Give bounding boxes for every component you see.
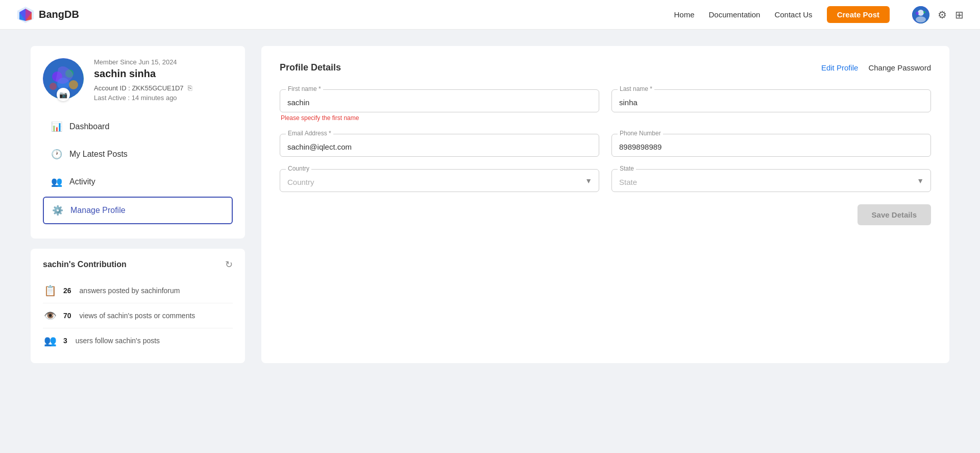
views-icon: 👁️ bbox=[43, 309, 57, 322]
followers-text: users follow sachin's posts bbox=[76, 337, 160, 345]
profile-card: 📷 Member Since Jun 15, 2024 sachin sinha… bbox=[31, 46, 245, 239]
logo-icon bbox=[16, 6, 35, 24]
main-content: 📷 Member Since Jun 15, 2024 sachin sinha… bbox=[0, 30, 980, 379]
last-active: Last Active : 14 minutes ago bbox=[94, 94, 233, 102]
email-group: Email Address * bbox=[280, 134, 599, 157]
sidebar-item-dashboard-label: Dashboard bbox=[69, 122, 109, 131]
nav-contact-us[interactable]: Contact Us bbox=[774, 10, 812, 19]
phone-label: Phone Number bbox=[618, 130, 663, 137]
form-header: Profile Details Edit Profile Change Pass… bbox=[280, 62, 931, 73]
location-row: Country Country ▼ State State ▼ bbox=[280, 169, 931, 192]
contribution-header: sachin's Contribution ↻ bbox=[43, 259, 233, 270]
avatar-image bbox=[912, 6, 929, 23]
sidebar-item-dashboard[interactable]: 📊 Dashboard bbox=[43, 114, 233, 139]
sidebar-item-manage-profile-label: Manage Profile bbox=[70, 206, 126, 215]
contribution-card: sachin's Contribution ↻ 📋 26 answers pos… bbox=[31, 249, 245, 363]
answers-icon: 📋 bbox=[43, 284, 57, 297]
email-input[interactable] bbox=[280, 134, 599, 157]
state-label: State bbox=[618, 165, 636, 172]
last-name-input[interactable] bbox=[611, 89, 931, 112]
nav-documentation[interactable]: Documentation bbox=[709, 10, 761, 19]
name-row: First name * Please specify the first na… bbox=[280, 89, 931, 122]
sidebar-item-manage-profile[interactable]: ⚙️ Manage Profile bbox=[43, 197, 233, 224]
answers-count: 26 bbox=[63, 287, 71, 295]
sidebar: 📷 Member Since Jun 15, 2024 sachin sinha… bbox=[31, 46, 245, 363]
answers-text: answers posted by sachinforum bbox=[80, 287, 180, 295]
logo-text: BangDB bbox=[39, 9, 79, 20]
edit-profile-link[interactable]: Edit Profile bbox=[821, 63, 859, 72]
views-text: views of sachin's posts or comments bbox=[80, 312, 195, 320]
last-name-group: Last name * bbox=[611, 89, 931, 122]
first-name-input[interactable] bbox=[280, 89, 599, 112]
nav-items: 📊 Dashboard 🕐 My Latest Posts 👥 Activity… bbox=[43, 114, 233, 224]
camera-icon[interactable]: 📷 bbox=[57, 88, 70, 101]
nav-home[interactable]: Home bbox=[674, 10, 695, 19]
views-count: 70 bbox=[63, 312, 71, 320]
account-id-row: Account ID : ZKK55GCUE1D7 ⎘ bbox=[94, 84, 233, 92]
first-name-group: First name * Please specify the first na… bbox=[280, 89, 599, 122]
member-since: Member Since Jun 15, 2024 bbox=[94, 58, 233, 66]
settings-button[interactable]: ⚙ bbox=[938, 9, 947, 21]
navbar: BangDB Home Documentation Contact Us Cre… bbox=[0, 0, 980, 30]
contribution-item-views: 👁️ 70 views of sachin's posts or comment… bbox=[43, 303, 233, 328]
state-select[interactable]: State bbox=[611, 169, 931, 192]
first-name-label: First name * bbox=[286, 85, 323, 92]
sidebar-item-activity[interactable]: 👥 Activity bbox=[43, 169, 233, 195]
sidebar-item-activity-label: Activity bbox=[69, 177, 95, 186]
phone-input[interactable] bbox=[611, 134, 931, 157]
svg-point-8 bbox=[923, 11, 925, 13]
country-label: Country bbox=[286, 165, 311, 172]
svg-point-7 bbox=[916, 12, 919, 15]
navbar-links: Home Documentation Contact Us Create Pos… bbox=[674, 6, 964, 23]
profile-name: sachin sinha bbox=[94, 68, 233, 80]
svg-point-6 bbox=[916, 16, 926, 22]
apps-button[interactable]: ⊞ bbox=[955, 9, 964, 21]
gear-icon: ⚙️ bbox=[52, 205, 63, 216]
svg-point-13 bbox=[50, 83, 57, 90]
followers-count: 3 bbox=[63, 337, 67, 345]
country-select[interactable]: Country bbox=[280, 169, 599, 192]
create-post-button[interactable]: Create Post bbox=[827, 6, 890, 23]
contribution-item-followers: 👥 3 users follow sachin's posts bbox=[43, 328, 233, 353]
sidebar-item-my-latest-posts-label: My Latest Posts bbox=[69, 150, 128, 159]
state-group: State State ▼ bbox=[611, 169, 931, 192]
country-group: Country Country ▼ bbox=[280, 169, 599, 192]
phone-group: Phone Number bbox=[611, 134, 931, 157]
save-details-button[interactable]: Save Details bbox=[857, 204, 931, 225]
form-header-actions: Edit Profile Change Password bbox=[821, 63, 931, 72]
contribution-title: sachin's Contribution bbox=[43, 260, 127, 269]
user-avatar[interactable] bbox=[912, 6, 929, 23]
logo[interactable]: BangDB bbox=[16, 6, 79, 24]
change-password-link[interactable]: Change Password bbox=[868, 63, 931, 72]
navbar-icons: ⚙ ⊞ bbox=[912, 6, 964, 23]
refresh-icon[interactable]: ↻ bbox=[225, 259, 233, 270]
activity-icon: 👥 bbox=[51, 176, 62, 187]
svg-point-14 bbox=[69, 80, 78, 89]
followers-icon: 👥 bbox=[43, 335, 57, 347]
profile-form-panel: Profile Details Edit Profile Change Pass… bbox=[261, 46, 949, 363]
clock-icon: 🕐 bbox=[51, 149, 62, 160]
first-name-hint: Please specify the first name bbox=[281, 114, 599, 122]
form-title: Profile Details bbox=[280, 62, 341, 73]
account-id: Account ID : ZKK55GCUE1D7 bbox=[94, 84, 184, 92]
dashboard-icon: 📊 bbox=[51, 121, 62, 132]
last-name-label: Last name * bbox=[618, 85, 654, 92]
contribution-item-answers: 📋 26 answers posted by sachinforum bbox=[43, 278, 233, 303]
profile-top: 📷 Member Since Jun 15, 2024 sachin sinha… bbox=[43, 58, 233, 102]
contact-row: Email Address * Phone Number bbox=[280, 134, 931, 157]
copy-icon[interactable]: ⎘ bbox=[188, 84, 192, 92]
avatar-wrapper: 📷 bbox=[43, 58, 84, 99]
profile-info: Member Since Jun 15, 2024 sachin sinha A… bbox=[94, 58, 233, 102]
email-label: Email Address * bbox=[286, 130, 333, 137]
sidebar-item-my-latest-posts[interactable]: 🕐 My Latest Posts bbox=[43, 141, 233, 167]
